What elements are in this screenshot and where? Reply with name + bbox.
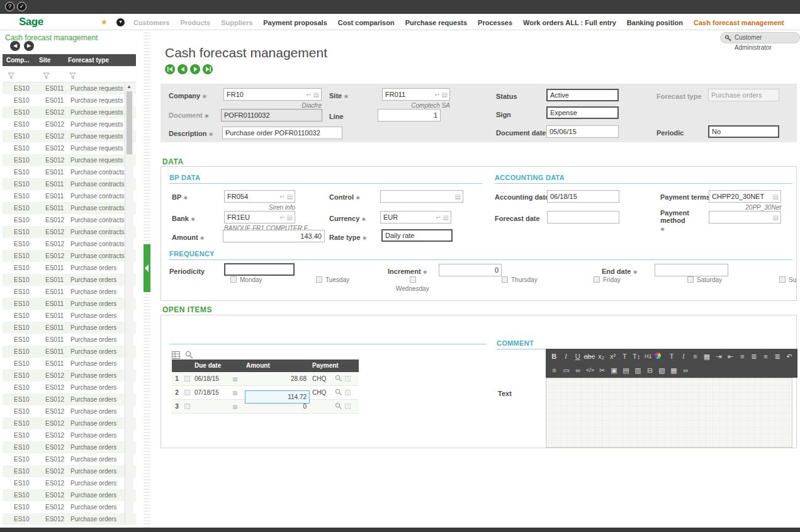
tuesday-checkbox[interactable] [316, 276, 322, 283]
lookup-icon[interactable]: ▤ [442, 91, 448, 99]
menu-item-cost-comparison[interactable]: Cost comparison [338, 19, 395, 26]
color-wheel-icon[interactable]: ● [654, 350, 666, 363]
lookup-icon[interactable]: ▤ [455, 193, 461, 201]
table-row[interactable]: ES10ES012Purchase requests [3, 154, 136, 166]
table-row[interactable]: ES10ES012Purchase orders [3, 382, 136, 393]
underline-icon[interactable]: U [572, 350, 583, 363]
table-row[interactable]: ES10ES012Purchase orders [3, 501, 136, 513]
description-field[interactable]: Purchase order POFR0110032 [222, 127, 342, 139]
table-row[interactable]: ES10ES012Purchase contracts [3, 238, 136, 250]
table-row[interactable]: ES10ES012Purchase orders [3, 405, 136, 417]
table-row[interactable]: ES10ES012Purchase requests [3, 130, 136, 142]
table-row[interactable]: ES10ES012Purchase orders [3, 370, 136, 382]
payment-method-cell[interactable]: CHQ [310, 375, 335, 382]
open-item-row[interactable]: 207/18/15▦114.72CHQ [172, 386, 359, 400]
richtext-editor[interactable] [546, 378, 792, 448]
filter-icon[interactable] [69, 71, 76, 82]
lookup-icon[interactable]: ▤ [287, 213, 293, 222]
table-row[interactable]: ES10ES011Purchase contracts [3, 166, 136, 178]
site-field[interactable]: FR011 ↵▤ [382, 88, 450, 101]
table-row[interactable]: ES10ES012Purchase requests [3, 142, 136, 154]
filter-icon[interactable] [43, 71, 50, 82]
periodicity-select[interactable] [224, 263, 295, 276]
favorite-star-icon[interactable]: ★ [101, 18, 108, 26]
table-row[interactable]: ES10ES011Purchase orders [3, 262, 136, 274]
bp-caption[interactable]: Siren info [224, 204, 295, 211]
first-record-button[interactable] [165, 64, 175, 74]
line-field[interactable]: 1 [378, 109, 441, 122]
increment-field[interactable]: 0 [439, 264, 502, 276]
col-payment-method[interactable]: Payment method [310, 359, 359, 372]
periodic-select[interactable]: No [708, 125, 779, 138]
menu-item-work-orders-all-full-entry[interactable]: Work orders ALL : Full entry [523, 19, 616, 26]
jump-icon[interactable]: ↵ [279, 213, 285, 222]
cut-icon[interactable]: ✂ [596, 364, 608, 376]
scrollbar-thumb[interactable] [127, 91, 132, 154]
table-row[interactable]: ES10ES012Purchase contracts [3, 250, 136, 262]
row-select-icon[interactable] [182, 404, 192, 409]
table-row[interactable]: ES10ES012Purchase orders [3, 453, 136, 465]
end-date-field[interactable] [655, 264, 728, 276]
menu-item-payment-proposals[interactable]: Payment proposals [263, 19, 327, 26]
forecast-date-field[interactable] [547, 211, 619, 224]
calendar-icon[interactable]: ▦ [232, 390, 244, 396]
col-amount[interactable]: Amount [244, 359, 310, 372]
lookup-icon[interactable]: ▤ [443, 213, 449, 222]
lookup-icon[interactable]: ▤ [287, 193, 293, 201]
search-icon[interactable] [335, 402, 342, 411]
strikethrough-icon[interactable]: abc [583, 350, 595, 363]
last-record-button[interactable] [203, 64, 213, 74]
payment-method-field[interactable]: ▤ [709, 211, 781, 224]
paste-text-icon[interactable]: ▥ [632, 364, 644, 376]
print-icon[interactable]: ⊟ [644, 364, 656, 376]
amount-cell[interactable]: 0 [244, 403, 310, 410]
lookup-icon[interactable]: ▤ [773, 213, 779, 222]
menu-item-processes[interactable]: Processes [478, 19, 512, 26]
menu-item-purchase-requests[interactable]: Purchase requests [405, 19, 467, 26]
jump-icon[interactable]: ↵ [434, 91, 439, 99]
due-date-cell[interactable]: 07/18/15 [192, 389, 232, 396]
menu-item-banking-position[interactable]: Banking position [627, 19, 683, 26]
status-select[interactable]: Active [546, 89, 619, 101]
calendar-icon[interactable]: ▦ [232, 404, 244, 410]
table-icon[interactable]: ▦ [701, 350, 713, 363]
jump-icon[interactable]: ↵ [279, 193, 285, 201]
table-row[interactable]: ES10ES012Purchase contracts [3, 214, 136, 226]
bp-field[interactable]: FR054 ↵▤ [224, 190, 295, 203]
due-date-cell[interactable]: 06/18/15 [192, 375, 232, 382]
menu-item-suppliers[interactable]: Suppliers [221, 19, 252, 26]
wednesday-checkbox[interactable] [410, 276, 416, 283]
table-row[interactable]: ES10ES012Purchase requests [3, 106, 136, 118]
link-icon[interactable]: ∞ [680, 364, 692, 376]
table-row[interactable]: ES10ES011Purchase contracts [3, 190, 136, 202]
table-row[interactable]: ES10ES012Purchase orders [3, 513, 136, 525]
list-icon[interactable]: ≡ [689, 350, 701, 363]
payment-method-cell[interactable]: CHQ [310, 389, 335, 396]
table-row[interactable]: ES10ES011Purchase orders [3, 310, 136, 322]
focused-amount-input[interactable]: 114.72 [245, 390, 310, 404]
currency-field[interactable]: EUR ↵▤ [380, 211, 451, 224]
menu-item-cash-forecast-management[interactable]: Cash forecast management [694, 19, 784, 26]
sage-logo[interactable]: Sage [19, 16, 43, 28]
jump-icon[interactable]: ↵ [306, 91, 311, 99]
font-size-icon[interactable]: T↕ [631, 350, 643, 363]
align-center-icon[interactable]: ≣ [748, 350, 760, 363]
help-icon[interactable]: ? [5, 2, 14, 11]
table-row[interactable]: ES10ES011Purchase orders [3, 274, 136, 286]
detail-icon[interactable] [345, 376, 351, 382]
menu-item-customers[interactable]: Customers [133, 19, 169, 26]
table-row[interactable]: ES10ES011Purchase requests [3, 82, 136, 94]
row-select-icon[interactable] [182, 390, 192, 395]
font-icon[interactable]: T [619, 350, 631, 363]
check-icon[interactable]: ✓ [17, 2, 26, 11]
record-list-scrollbar[interactable]: ▲ [125, 82, 133, 523]
sign-select[interactable]: Expense [546, 106, 619, 119]
friday-checkbox[interactable] [594, 276, 600, 283]
lookup-icon[interactable]: ▤ [773, 193, 779, 201]
table-row[interactable]: ES10ES012Purchase orders [3, 441, 136, 453]
table-row[interactable]: ES10ES012Purchase requests [3, 118, 136, 130]
code-icon[interactable]: </> [584, 364, 596, 376]
company-field[interactable]: FR10 ↵▤ [223, 88, 322, 101]
unlink-icon[interactable]: ∞ [572, 364, 584, 376]
prev-record-button[interactable] [177, 64, 188, 74]
